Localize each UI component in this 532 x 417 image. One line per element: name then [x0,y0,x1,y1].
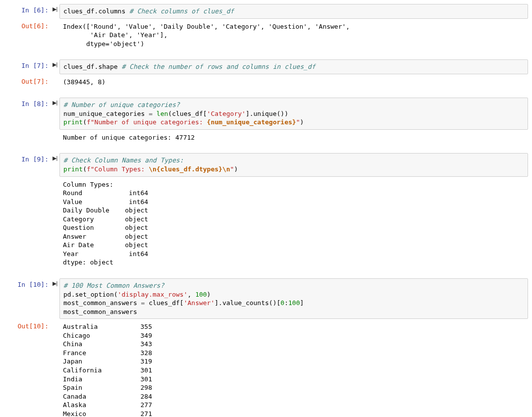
out-prompt-7: Out[7]: [4,75,52,88]
output-text-6: Index(['Round', 'Value', 'Daily Double',… [59,20,528,51]
run-cell-icon[interactable]: ▶| [52,278,58,287]
in-prompt-7: In [7]: [4,59,52,72]
run-cell-icon[interactable]: ▶| [52,59,58,68]
out-prompt-6: Out[6]: [4,20,52,33]
input-cell-9: In [9]: ▶| # Check Column Names and Type… [4,153,528,176]
input-cell-8: In [8]: ▶| # Number of unique categories… [4,98,528,130]
output-cell-7: Out[7]: (389445, 8) [4,75,528,89]
input-cell-10: In [10]: ▶| # 100 Most Common Answers? p… [4,278,528,319]
input-cell-6: In [6]: ▶| clues_df.columns # Check colu… [4,4,528,19]
output-cell-10: Out[10]: Australia 355 Chicago 349 China… [4,320,528,417]
in-prompt-6: In [6]: [4,4,52,17]
code-input-6[interactable]: clues_df.columns # Check columns of clue… [59,4,528,19]
code-input-9[interactable]: # Check Column Names and Types: print(f"… [59,153,528,176]
code-input-8[interactable]: # Number of unique categories? num_uniqu… [59,98,528,130]
in-prompt-9: In [9]: [4,153,52,166]
code-input-10[interactable]: # 100 Most Common Answers? pd.set_option… [59,278,528,319]
output-text-7: (389445, 8) [59,75,528,89]
output-cell-8: Number of unique categories: 47712 [4,131,528,145]
run-cell-icon[interactable]: ▶| [52,98,58,106]
input-cell-7: In [7]: ▶| clues_df.shape # Check the nu… [4,59,528,74]
output-cell-6: Out[6]: Index(['Round', 'Value', 'Daily … [4,20,528,51]
in-prompt-8: In [8]: [4,98,52,110]
in-prompt-10: In [10]: [4,278,52,291]
output-text-8: Number of unique categories: 47712 [59,131,528,145]
code-input-7[interactable]: clues_df.shape # Check the number of row… [59,59,528,74]
output-cell-9: Column Types: Round int64 Value int64 Da… [4,178,528,269]
run-cell-icon[interactable]: ▶| [52,4,58,12]
out-prompt-10: Out[10]: [4,320,52,333]
output-text-10: Australia 355 Chicago 349 China 343 Fran… [59,320,528,417]
output-text-9: Column Types: Round int64 Value int64 Da… [59,178,528,269]
run-cell-icon[interactable]: ▶| [52,153,58,161]
